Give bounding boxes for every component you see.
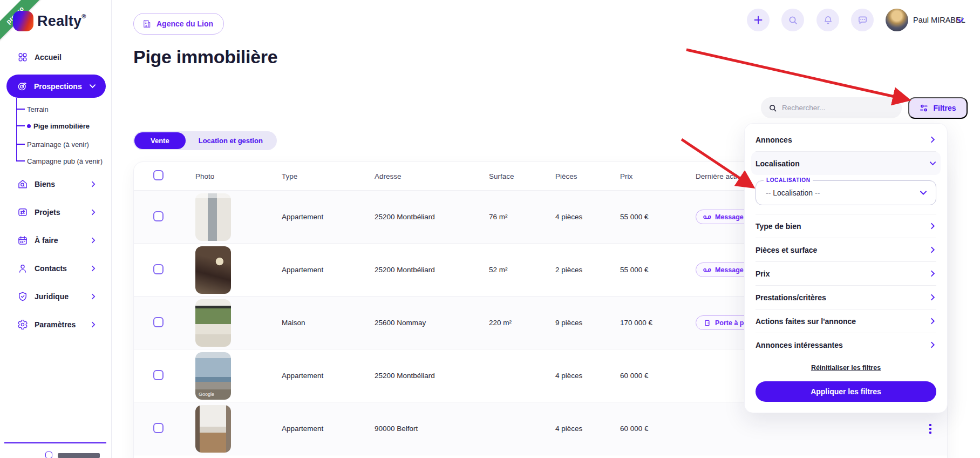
row-checkbox[interactable] [153, 211, 164, 221]
filter-section-actions-annonce[interactable]: Actions faites sur l'annonce [756, 309, 936, 333]
chat-bubble-icon [858, 15, 868, 25]
filters-button[interactable]: Filtres [908, 97, 968, 119]
sidebar-item-prospections[interactable]: Prospections [6, 75, 106, 98]
cell-type: Appartement [282, 372, 375, 380]
filter-section-label: Localisation [756, 159, 800, 168]
brand-logo[interactable]: Realty® [13, 11, 86, 31]
sidebar-item-label: À faire [35, 236, 58, 245]
chevron-right-icon [929, 270, 936, 277]
partial-item-text [58, 453, 100, 458]
sidebar-subitem-campagne-pub[interactable]: Campagne pub (à venir) [0, 156, 112, 166]
sale-rental-tabs: Vente Location et gestion [133, 131, 277, 150]
filter-section-label: Annonces intéressantes [756, 341, 843, 349]
active-dot [27, 124, 31, 128]
apply-filters-button[interactable]: Appliquer les filtres [756, 381, 936, 402]
sidebar-item-parametres[interactable]: Paramètres [0, 315, 112, 334]
dashboard-icon [17, 52, 28, 63]
voicemail-icon [703, 267, 711, 273]
chevron-right-icon [90, 209, 97, 215]
plus-icon [753, 15, 764, 25]
cell-surface: 52 m² [489, 266, 555, 274]
listing-photo[interactable] [195, 405, 231, 453]
chevron-right-icon [929, 341, 936, 348]
filter-section-annonces[interactable]: Annonces [756, 128, 936, 151]
chevron-right-icon [90, 181, 97, 187]
sidebar-item-a-faire[interactable]: À faire [0, 231, 112, 250]
chevron-right-icon [90, 293, 97, 300]
filter-section-annonces-interessantes[interactable]: Annonces intéressantes [756, 333, 936, 356]
tab-vente[interactable]: Vente [134, 132, 186, 149]
row-checkbox[interactable] [153, 370, 164, 380]
sidebar-item-label: Biens [35, 180, 55, 188]
filters-panel: Annonces Localisation LOCALISATION -- Lo… [744, 123, 948, 413]
sidebar-subitem-terrain[interactable]: Terrain [0, 104, 112, 114]
sidebar-subitem-parrainage[interactable]: Parrainage (à venir) [0, 139, 112, 149]
listing-photo[interactable] [195, 193, 231, 241]
sidebar-item-accueil[interactable]: Accueil [0, 48, 112, 67]
sidebar-item-label: Accueil [35, 53, 62, 62]
voicemail-icon [703, 214, 711, 220]
chevron-down-icon[interactable] [956, 16, 964, 24]
listing-photo[interactable]: Google [195, 352, 231, 400]
sidebar-partial-item[interactable] [45, 452, 105, 458]
sidebar-item-label: Prospections [34, 82, 82, 91]
cell-pieces: 4 pièces [555, 213, 620, 221]
chevron-right-icon [929, 136, 936, 143]
shield-check-icon [17, 291, 28, 302]
chevron-down-icon [929, 160, 936, 167]
registered-mark: ® [81, 13, 86, 19]
chevron-right-icon [90, 321, 97, 328]
filters-button-label: Filtres [933, 104, 956, 112]
cell-pieces: 4 pièces [555, 425, 620, 433]
cell-surface: 220 m² [489, 319, 555, 327]
add-button[interactable] [747, 9, 770, 31]
cell-prix: 55 000 € [620, 213, 696, 221]
bell-icon [823, 15, 833, 25]
filter-section-type-de-bien[interactable]: Type de bien [756, 214, 936, 238]
chevron-right-icon [929, 246, 936, 253]
sidebar-item-contacts[interactable]: Contacts [0, 259, 112, 278]
house-search-icon [17, 179, 28, 190]
filter-section-prestations-criteres[interactable]: Prestations/critères [756, 286, 936, 309]
filter-section-label: Pièces et surface [756, 246, 817, 254]
column-header-prix: Prix [620, 172, 696, 180]
row-checkbox[interactable] [153, 423, 164, 433]
agency-selector-button[interactable]: Agence du Lion [133, 13, 224, 35]
filter-section-prix[interactable]: Prix [756, 262, 936, 285]
filter-section-localisation[interactable]: Localisation [751, 152, 941, 175]
listing-photo[interactable] [195, 299, 231, 347]
sidebar-subitem-label: Pige immobilière [33, 122, 90, 130]
sidebar-item-projets[interactable]: Projets [0, 203, 112, 222]
chevron-right-icon [929, 294, 936, 301]
global-search-button[interactable] [781, 9, 804, 31]
messages-button[interactable] [851, 9, 874, 31]
agency-name: Agence du Lion [156, 19, 213, 28]
brand-logo-icon [13, 11, 33, 31]
cell-adresse: 90000 Belfort [375, 425, 489, 433]
cell-adresse: 25200 Montbéliard [375, 213, 489, 221]
sidebar-subitem-pige-immobiliere[interactable]: Pige immobilière [0, 121, 112, 131]
row-menu-button[interactable] [925, 423, 935, 435]
search-icon [788, 15, 798, 25]
column-header-photo: Photo [195, 172, 282, 180]
brand-name: Realty® [37, 13, 86, 30]
row-checkbox[interactable] [153, 317, 164, 327]
sidebar: prepro Realty® Accueil Prospections Terr… [0, 0, 112, 458]
search-input[interactable] [782, 104, 890, 112]
cell-type: Appartement [282, 266, 375, 274]
cell-adresse: 25200 Montbéliard [375, 372, 489, 380]
localisation-select[interactable]: LOCALISATION -- Localisation -- [756, 180, 936, 205]
filter-sliders-icon [920, 104, 928, 112]
listing-photo[interactable] [195, 246, 231, 294]
notifications-button[interactable] [816, 9, 839, 31]
reset-filters-link[interactable]: Réinitialiser les filtres [811, 364, 881, 372]
user-avatar[interactable] [886, 9, 908, 31]
sidebar-item-juridique[interactable]: Juridique [0, 287, 112, 306]
sidebar-item-biens[interactable]: Biens [0, 174, 112, 194]
tab-location-et-gestion[interactable]: Location et gestion [186, 132, 276, 149]
filter-section-pieces-et-surface[interactable]: Pièces et surface [756, 238, 936, 261]
row-checkbox[interactable] [153, 264, 164, 274]
select-all-checkbox[interactable] [153, 170, 164, 180]
sidebar-item-label: Paramètres [35, 320, 76, 329]
column-header-type: Type [282, 172, 375, 180]
